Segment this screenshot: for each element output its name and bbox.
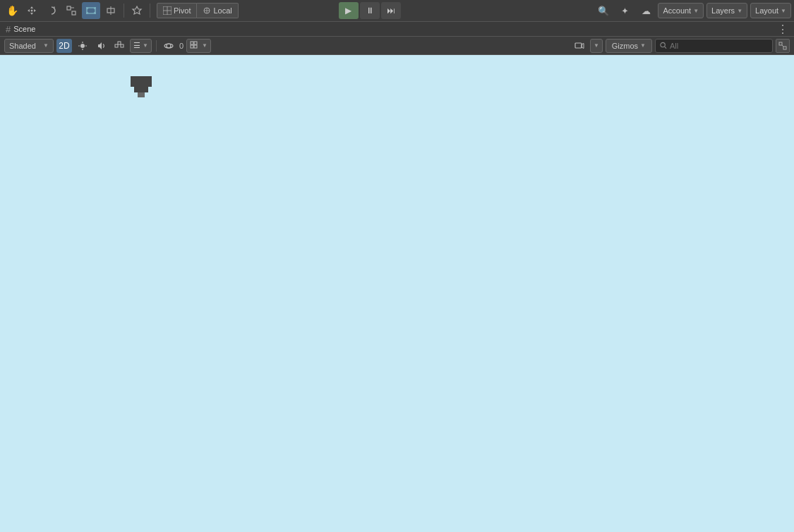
character-container	[0, 55, 166, 309]
layers-dropdown[interactable]: Layers ▼	[706, 3, 747, 18]
special-tool-button[interactable]	[128, 2, 146, 19]
svg-rect-6	[94, 7, 96, 9]
right-view-controls: ▼ Gizmos ▼	[572, 39, 790, 53]
separator-1	[124, 4, 124, 18]
scene-hash-icon: #	[6, 24, 11, 35]
camera-dropdown-arrow: ▼	[594, 42, 599, 49]
svg-point-26	[167, 44, 171, 48]
svg-rect-36	[779, 42, 782, 45]
rect-transform-button[interactable]	[82, 2, 100, 19]
mode-2d-label: 2D	[59, 41, 69, 51]
effects-button[interactable]	[112, 39, 127, 53]
layer-count-value: 0	[179, 42, 184, 50]
layout-dropdown-arrow: ▼	[781, 8, 786, 14]
gizmos-label: Gizmos	[612, 42, 638, 50]
mode-2d-button[interactable]: 2D	[56, 39, 72, 53]
scene-title: Scene	[13, 25, 35, 33]
grid-dropdown[interactable]: ▼	[186, 39, 211, 53]
shaded-dropdown[interactable]: Shaded ▼	[4, 39, 54, 53]
view-separator-1	[156, 40, 157, 52]
hand-tool-button[interactable]: ✋	[3, 2, 21, 19]
search-icon	[660, 42, 667, 49]
pause-button[interactable]: ⏸	[360, 2, 380, 19]
layer-visibility-button[interactable]	[161, 39, 176, 53]
svg-line-35	[665, 47, 666, 48]
local-label: Local	[213, 6, 231, 15]
collab-button[interactable]: ✦	[615, 2, 634, 19]
top-toolbar: ✋	[0, 0, 794, 21]
svg-rect-25	[121, 44, 124, 47]
scene-label: # Scene	[6, 24, 35, 35]
scene-bar: # Scene ⋮	[0, 21, 794, 37]
viewport-search[interactable]	[655, 39, 773, 53]
view-toolbar: Shaded ▼ 2D ☰ ▼	[0, 37, 794, 55]
svg-rect-8	[94, 12, 96, 14]
svg-point-27	[164, 44, 173, 48]
svg-rect-7	[86, 12, 88, 14]
search-button[interactable]: 🔍	[594, 2, 613, 19]
maximize-button[interactable]	[776, 39, 790, 53]
layers-dropdown-arrow: ▼	[737, 8, 742, 14]
svg-marker-33	[582, 43, 584, 48]
gizmos-dropdown[interactable]: Gizmos ▼	[606, 39, 652, 53]
layers-label: Layers	[711, 6, 735, 15]
camera-dropdown[interactable]: ▼	[590, 39, 603, 53]
svg-rect-30	[191, 45, 193, 48]
effects-quality-dropdown[interactable]: ☰ ▼	[130, 39, 152, 53]
right-controls: 🔍 ✦ ☁ Account ▼ Layers ▼ Layout ▼	[594, 2, 791, 19]
play-button[interactable]: ▶	[339, 2, 359, 19]
viewport	[0, 55, 794, 532]
account-label: Account	[663, 6, 691, 15]
rotate-tool-button[interactable]	[42, 2, 61, 19]
svg-rect-24	[118, 42, 121, 44]
shaded-dropdown-arrow: ▼	[43, 42, 49, 49]
svg-point-0	[31, 10, 33, 12]
pivot-button[interactable]: Pivot	[157, 3, 197, 18]
shaded-label: Shaded	[9, 42, 36, 50]
svg-rect-37	[783, 47, 786, 49]
audio-button[interactable]	[93, 39, 109, 53]
grid-dropdown-arrow: ▼	[202, 42, 207, 49]
sun-lighting-button[interactable]	[75, 39, 90, 53]
effects-quality-icon: ☰	[133, 41, 140, 50]
layer-count-display: 0	[179, 42, 184, 50]
svg-rect-28	[191, 42, 193, 44]
separator-2	[150, 4, 150, 18]
svg-rect-29	[194, 42, 197, 44]
step-button[interactable]: ⏭	[381, 2, 401, 19]
cloud-button[interactable]: ☁	[637, 2, 655, 19]
svg-rect-1	[67, 6, 71, 10]
pixel-art-canvas	[0, 55, 166, 309]
move-tool-button[interactable]	[23, 2, 41, 19]
svg-rect-23	[115, 44, 118, 47]
layout-label: Layout	[755, 6, 778, 15]
gizmos-dropdown-arrow: ▼	[640, 42, 646, 49]
account-dropdown-arrow: ▼	[693, 8, 699, 14]
svg-point-18	[80, 44, 85, 48]
pivot-local-group: Pivot Local	[157, 3, 239, 18]
svg-rect-31	[194, 45, 197, 48]
more-options-button[interactable]: ⋮	[777, 23, 788, 36]
layout-dropdown[interactable]: Layout ▼	[750, 3, 791, 18]
account-dropdown[interactable]: Account ▼	[658, 3, 704, 18]
svg-rect-32	[575, 43, 582, 48]
custom-transform-button[interactable]	[102, 2, 120, 19]
effects-dropdown-arrow: ▼	[143, 42, 148, 49]
svg-point-34	[661, 42, 665, 47]
scale-tool-button[interactable]	[62, 2, 80, 19]
search-input[interactable]	[670, 42, 768, 50]
svg-marker-11	[133, 6, 141, 14]
camera-settings-button[interactable]	[572, 39, 587, 53]
svg-line-38	[782, 45, 783, 47]
svg-rect-2	[72, 11, 76, 15]
local-button[interactable]: Local	[197, 3, 238, 18]
pivot-label: Pivot	[174, 6, 191, 15]
svg-rect-5	[86, 7, 88, 9]
play-controls: ▶ ⏸ ⏭	[339, 2, 401, 19]
